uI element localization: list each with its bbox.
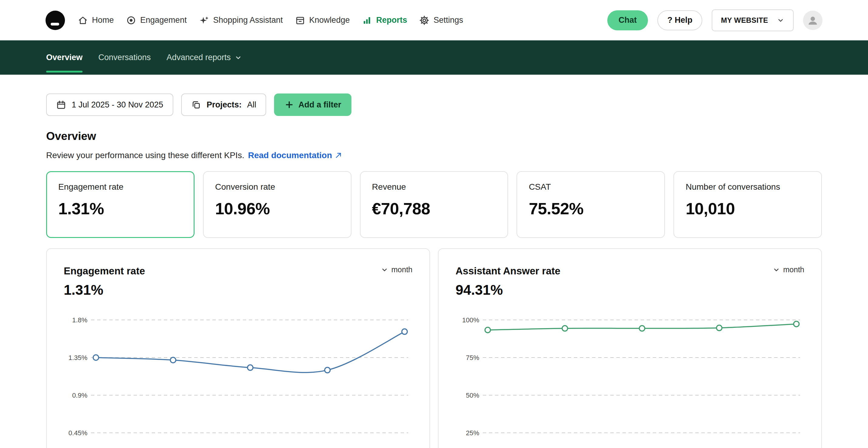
- kpi-label: Number of conversations: [686, 182, 810, 192]
- svg-text:75%: 75%: [466, 354, 479, 361]
- nav-item-label: Reports: [376, 16, 407, 25]
- kpi-card-csat[interactable]: CSAT 75.52%: [517, 171, 665, 238]
- nav-item-home[interactable]: Home: [78, 15, 114, 26]
- nav-item-label: Settings: [433, 16, 463, 25]
- kpi-value: 1.31%: [58, 199, 182, 218]
- tab-advanced-reports[interactable]: Advanced reports: [166, 40, 243, 75]
- assistant-answer-rate-line-chart: 100%75%50%25%: [456, 309, 804, 448]
- chart-header: Assistant Answer rate month: [456, 265, 804, 277]
- nav-item-label: Knowledge: [309, 16, 350, 25]
- projects-filter-label: Projects:: [207, 100, 242, 110]
- projects-filter-value: All: [247, 100, 256, 110]
- tab-label: Advanced reports: [166, 53, 231, 62]
- arrow-up-right-icon: [335, 152, 342, 159]
- nav-item-label: Engagement: [140, 16, 187, 25]
- website-selector[interactable]: MY WEBSITE: [712, 9, 794, 31]
- avatar[interactable]: [803, 11, 823, 30]
- chevron-down-icon: [234, 54, 242, 62]
- reports-subnav: Overview Conversations Advanced reports: [0, 40, 868, 75]
- nav-item-label: Shopping Assistant: [213, 16, 283, 25]
- kpi-value: 75.52%: [529, 199, 653, 218]
- svg-text:25%: 25%: [466, 429, 479, 437]
- projects-icon: [191, 100, 201, 110]
- tab-conversations[interactable]: Conversations: [98, 40, 151, 75]
- filter-bar: 1 Jul 2025 - 30 Nov 2025 Projects: All A…: [46, 93, 822, 116]
- chart-header: Engagement rate month: [64, 265, 412, 277]
- tab-label: Overview: [46, 53, 83, 62]
- svg-text:1.35%: 1.35%: [69, 354, 87, 361]
- engagement-rate-chart-card: Engagement rate month 1.31% 1.8%1.35%0.9…: [46, 248, 430, 448]
- kpi-card-conversion-rate[interactable]: Conversion rate 10.96%: [203, 171, 351, 238]
- nav-item-settings[interactable]: Settings: [419, 15, 463, 26]
- chart-headline-value: 94.31%: [456, 282, 804, 298]
- chevron-down-icon: [777, 17, 784, 24]
- chart-headline-value: 1.31%: [64, 282, 412, 298]
- projects-filter[interactable]: Projects: All: [181, 93, 267, 116]
- chevron-down-icon: [380, 266, 389, 274]
- read-documentation-link[interactable]: Read documentation: [248, 151, 342, 160]
- svg-text:0.9%: 0.9%: [72, 392, 87, 399]
- person-icon: [807, 14, 819, 26]
- website-selector-value: MY WEBSITE: [721, 16, 768, 25]
- date-range-value: 1 Jul 2025 - 30 Nov 2025: [72, 100, 163, 110]
- engagement-rate-line-chart: 1.8%1.35%0.9%0.45%: [64, 309, 412, 448]
- interval-label: month: [392, 265, 412, 274]
- interval-selector[interactable]: month: [772, 265, 804, 274]
- svg-text:0.45%: 0.45%: [69, 429, 87, 437]
- calendar-icon: [56, 100, 66, 110]
- home-icon: [78, 15, 88, 26]
- kpi-card-conversations[interactable]: Number of conversations 10,010: [674, 171, 822, 238]
- kpi-label: Revenue: [372, 182, 496, 192]
- date-range-filter[interactable]: 1 Jul 2025 - 30 Nov 2025: [46, 93, 173, 116]
- assistant-answer-rate-chart-card: Assistant Answer rate month 94.31% 100%7…: [438, 248, 822, 448]
- gear-icon: [419, 15, 429, 26]
- knowledge-icon: [295, 15, 305, 26]
- svg-text:100%: 100%: [462, 316, 479, 324]
- kpi-label: Engagement rate: [58, 182, 182, 192]
- svg-text:1.8%: 1.8%: [72, 316, 87, 324]
- kpi-label: CSAT: [529, 182, 653, 192]
- kpi-card-revenue[interactable]: Revenue €70,788: [360, 171, 508, 238]
- app-logo[interactable]: [45, 11, 65, 30]
- engagement-icon: [126, 15, 136, 26]
- chart-title: Engagement rate: [64, 265, 145, 277]
- kpi-value: 10,010: [686, 199, 810, 218]
- sparkles-icon: [199, 15, 209, 26]
- kpi-label: Conversion rate: [215, 182, 339, 192]
- kpi-value: 10.96%: [215, 199, 339, 218]
- nav-item-knowledge[interactable]: Knowledge: [295, 15, 350, 26]
- help-button[interactable]: ? Help: [657, 10, 703, 30]
- doc-link-label: Read documentation: [248, 151, 332, 160]
- plus-icon: [284, 100, 294, 110]
- top-bar: Home Engagement Shopping Assistant Knowl…: [0, 0, 868, 40]
- chart-title: Assistant Answer rate: [456, 265, 560, 277]
- primary-nav: Home Engagement Shopping Assistant Knowl…: [78, 15, 463, 26]
- main-content: 1 Jul 2025 - 30 Nov 2025 Projects: All A…: [0, 93, 868, 448]
- top-bar-actions: Chat ? Help MY WEBSITE: [607, 9, 823, 31]
- svg-text:50%: 50%: [466, 392, 479, 399]
- nav-item-shopping-assistant[interactable]: Shopping Assistant: [199, 15, 283, 26]
- nav-item-reports[interactable]: Reports: [362, 15, 407, 26]
- page-title: Overview: [46, 130, 822, 143]
- nav-item-engagement[interactable]: Engagement: [126, 15, 187, 26]
- kpi-value: €70,788: [372, 199, 496, 218]
- add-filter-button[interactable]: Add a filter: [274, 93, 351, 116]
- interval-label: month: [783, 265, 804, 274]
- reports-bar-chart-icon: [362, 15, 372, 26]
- subtitle-text: Review your performance using these diff…: [46, 151, 244, 160]
- page-subtitle: Review your performance using these diff…: [46, 151, 822, 160]
- chat-button[interactable]: Chat: [607, 10, 648, 30]
- add-filter-label: Add a filter: [298, 100, 341, 110]
- nav-item-label: Home: [92, 16, 114, 25]
- kpi-cards: Engagement rate 1.31% Conversion rate 10…: [46, 171, 822, 238]
- tab-overview[interactable]: Overview: [46, 40, 83, 75]
- kpi-card-engagement-rate[interactable]: Engagement rate 1.31%: [46, 171, 194, 238]
- interval-selector[interactable]: month: [380, 265, 412, 274]
- chart-cards: Engagement rate month 1.31% 1.8%1.35%0.9…: [46, 248, 822, 448]
- chevron-down-icon: [772, 266, 780, 274]
- tab-label: Conversations: [98, 53, 151, 62]
